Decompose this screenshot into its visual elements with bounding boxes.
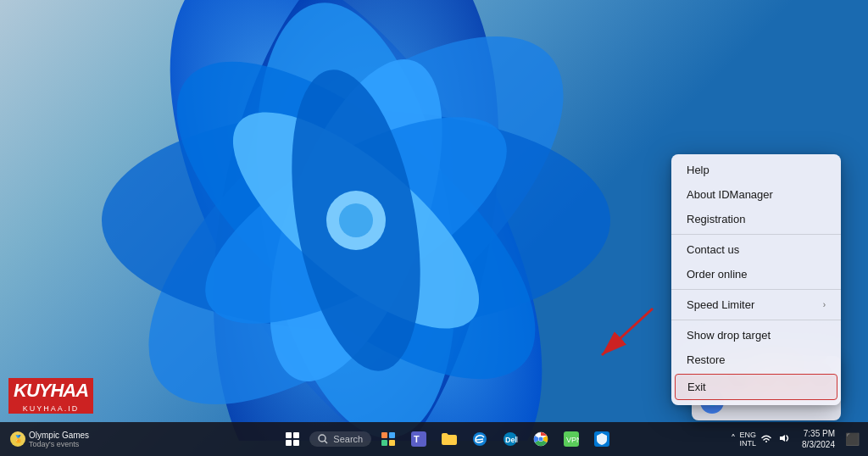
svg-point-29 <box>319 435 326 442</box>
taskbar: 🏅 Olympic Games Today's events <box>0 422 868 456</box>
watermark-sub: KUYHAA.ID <box>8 403 93 414</box>
clock[interactable]: 7:35 PM 8/3/2024 <box>797 428 840 450</box>
wifi-icon[interactable] <box>759 431 774 448</box>
region-label: INTL <box>740 439 757 448</box>
watermark-logo: KUYHAA <box>8 378 93 403</box>
taskbar-icon-edge[interactable] <box>466 425 493 453</box>
svg-rect-33 <box>381 440 387 446</box>
vpn-icon: VPN <box>564 431 579 447</box>
svg-text:T: T <box>414 434 420 444</box>
dell-icon: Dell <box>503 431 518 447</box>
taskbar-right: ˄ ENG INTL <box>726 428 868 450</box>
notification-icon[interactable]: ⬛ <box>842 432 863 446</box>
chevron-up-icon[interactable]: ˄ <box>729 431 737 447</box>
volume-icon[interactable] <box>776 431 792 448</box>
menu-divider-3 <box>671 320 841 320</box>
lang-region[interactable]: ENG INTL <box>740 431 757 448</box>
taskbar-icon-chrome[interactable] <box>527 425 554 453</box>
taskbar-icon-shield[interactable] <box>588 425 615 453</box>
event-title: Olympic Games <box>29 431 89 440</box>
menu-item-restore[interactable]: Restore <box>671 348 841 372</box>
svg-rect-32 <box>389 432 395 438</box>
menu-divider-1 <box>671 234 841 235</box>
menu-item-help[interactable]: Help <box>671 158 841 182</box>
wallpaper <box>42 0 678 441</box>
menu-item-exit[interactable]: Exit <box>675 374 837 400</box>
shield-icon <box>594 431 609 447</box>
menu-item-speed-limiter[interactable]: Speed Limiter › <box>671 292 841 317</box>
sys-tray: ˄ ENG INTL <box>726 431 796 448</box>
taskbar-left: 🏅 Olympic Games Today's events <box>0 429 170 450</box>
svg-rect-34 <box>389 440 395 446</box>
svg-point-11 <box>339 203 373 237</box>
svg-text:Dell: Dell <box>505 436 518 444</box>
taskbar-icon-folder[interactable] <box>436 425 463 453</box>
wifi-svg <box>760 433 772 443</box>
taskbar-icon-vpn[interactable]: VPN <box>558 425 585 453</box>
apps-icon <box>381 431 396 447</box>
svg-text:VPN: VPN <box>566 436 579 444</box>
menu-item-about[interactable]: About IDManager <box>671 182 841 207</box>
speed-limiter-arrow: › <box>823 300 826 309</box>
menu-item-show-drop-target[interactable]: Show drop target <box>671 323 841 348</box>
windows-button[interactable] <box>279 425 306 453</box>
menu-divider-2 <box>671 289 841 290</box>
svg-rect-31 <box>381 432 387 438</box>
taskbar-event[interactable]: 🏅 Olympic Games Today's events <box>5 429 94 450</box>
watermark: KUYHAA KUYHAA.ID <box>8 378 93 414</box>
svg-line-28 <box>602 309 653 355</box>
arrow-pointer <box>585 300 670 371</box>
chrome-icon <box>533 431 548 447</box>
menu-item-registration[interactable]: Registration <box>671 207 841 231</box>
menu-item-contact[interactable]: Contact us <box>671 237 841 262</box>
taskbar-icon-teams[interactable]: T <box>405 425 432 453</box>
lang-label: ENG <box>740 431 757 439</box>
taskbar-apps-icon[interactable] <box>375 425 402 453</box>
windows-logo <box>286 432 299 446</box>
taskbar-center: Search T <box>170 425 726 453</box>
search-box[interactable]: Search <box>309 431 371 447</box>
taskbar-icon-dell[interactable]: Dell <box>497 425 524 453</box>
teams-icon: T <box>411 431 426 447</box>
desktop: KUYHAA KUYHAA.ID G ⚡ ♻ 🌐 <box>0 0 868 456</box>
folder-icon <box>442 433 457 445</box>
search-label: Search <box>333 434 363 444</box>
edge-icon <box>472 431 487 447</box>
clock-time: 7:35 PM <box>802 428 835 439</box>
volume-svg <box>778 433 790 443</box>
svg-line-30 <box>325 441 327 443</box>
event-icon: 🏅 <box>10 431 25 447</box>
clock-date: 8/3/2024 <box>802 439 835 450</box>
event-text: Olympic Games Today's events <box>29 431 89 448</box>
search-icon <box>318 434 328 444</box>
event-subtitle: Today's events <box>29 440 89 448</box>
menu-item-order[interactable]: Order online <box>671 262 841 286</box>
context-menu: Help About IDManager Registration Contac… <box>671 154 841 405</box>
svg-point-43 <box>539 437 543 442</box>
